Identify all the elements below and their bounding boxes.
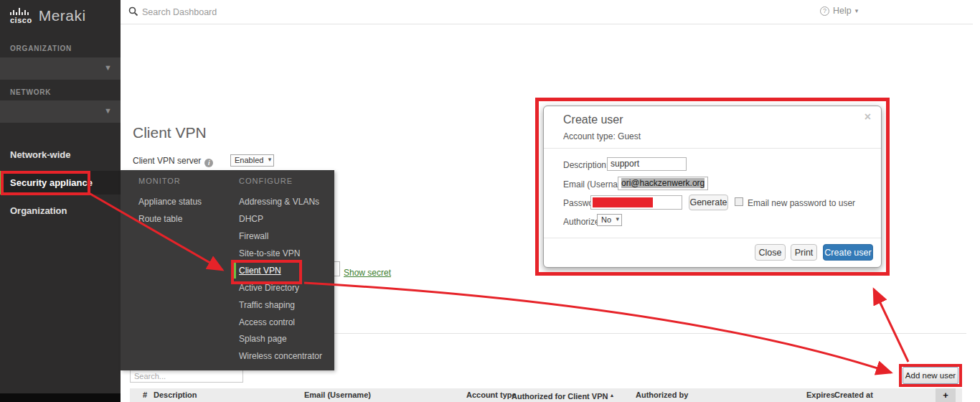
page-title: Client VPN	[133, 124, 207, 141]
help-menu[interactable]: ? Help ▾	[820, 6, 858, 16]
description-field[interactable]: support	[607, 157, 687, 171]
password-field[interactable]	[590, 195, 682, 210]
arrow-adduser-to-modal	[874, 289, 908, 362]
password-redaction-overlay	[593, 197, 653, 207]
help-icon: ?	[820, 6, 829, 16]
print-button[interactable]: Print	[791, 244, 817, 261]
client-vpn-server-label: Client VPN serveri	[133, 156, 213, 167]
close-icon[interactable]: ×	[864, 111, 871, 123]
sidebar: cisco Meraki ORGANIZATION ▼ NETWORK ▼ Ne…	[0, 0, 121, 393]
menu-item-wireless-concentrator[interactable]: Wireless concentrator	[239, 351, 322, 361]
client-vpn-server-text: Client VPN server	[133, 156, 201, 166]
cisco-logo-icon: cisco	[10, 8, 32, 24]
show-secret-link[interactable]: Show secret	[344, 268, 391, 278]
authorized-select[interactable]: No	[597, 214, 622, 226]
active-indicator-bar	[233, 263, 236, 279]
sidebar-item-organization[interactable]: Organization	[0, 201, 121, 221]
column-header-authorized-by[interactable]: Authorized by	[636, 388, 688, 402]
help-label: Help	[833, 6, 852, 16]
meraki-logo: cisco Meraki	[10, 7, 86, 24]
account-type-label: Account type: Guest	[563, 131, 641, 141]
column-header-number[interactable]: #	[143, 388, 147, 402]
menu-item-traffic-shaping[interactable]: Traffic shaping	[239, 300, 295, 310]
network-selector[interactable]: ▼	[0, 100, 121, 123]
menu-item-client-vpn[interactable]: Client VPN	[239, 266, 281, 276]
column-header-authorized-for-client-vpn[interactable]: Authorized for Client VPN ▲	[512, 388, 614, 402]
selected-email-text: ori@hackzenwerk.org	[621, 178, 705, 188]
menu-item-firewall[interactable]: Firewall	[239, 231, 268, 241]
monitor-section-header: MONITOR	[138, 177, 181, 185]
menu-item-active-directory[interactable]: Active Directory	[239, 283, 299, 293]
cisco-bars-icon	[10, 8, 32, 15]
topbar: ? Help ▾	[121, 0, 973, 24]
chevron-down-icon: ▼	[104, 106, 112, 115]
menu-item-dhcp[interactable]: DHCP	[239, 214, 263, 224]
sort-asc-icon: ▲	[608, 393, 614, 398]
sidebar-bottom-strip	[0, 393, 121, 402]
menu-item-access-control[interactable]: Access control	[239, 317, 295, 327]
modal-header-divider	[544, 148, 881, 149]
column-header-account-type[interactable]: Account type	[466, 388, 517, 402]
network-section-label: NETWORK	[10, 88, 51, 96]
configure-section-header: CONFIGURE	[239, 177, 293, 185]
users-table-header: # Description Email (Username) Account t…	[130, 388, 962, 402]
email-username-field[interactable]: ori@hackzenwerk.org	[618, 177, 708, 190]
cisco-wordmark: cisco	[10, 16, 32, 24]
add-new-user-button[interactable]: Add new user	[903, 367, 958, 384]
email-password-checkbox-label: Email new password to user	[748, 198, 855, 208]
sidebar-item-label: Security appliance	[10, 177, 93, 188]
client-vpn-server-select[interactable]: Enabled	[230, 154, 274, 167]
create-user-button[interactable]: Create user	[823, 244, 873, 261]
chevron-down-icon: ▼	[104, 63, 112, 72]
generate-button[interactable]: Generate	[689, 195, 728, 210]
menu-item-route-table[interactable]: Route table	[138, 214, 182, 224]
modal-footer-divider	[544, 238, 881, 238]
create-user-modal: Create user × Account type: Guest Descri…	[543, 106, 882, 268]
security-appliance-flyout-menu: MONITOR Appliance status Route table CON…	[121, 170, 334, 370]
column-header-description[interactable]: Description	[154, 388, 197, 402]
column-header-created-at[interactable]: Created at	[834, 388, 873, 402]
column-header-email[interactable]: Email (Username)	[304, 388, 371, 402]
sidebar-item-network-wide[interactable]: Network-wide	[0, 145, 121, 165]
meraki-wordmark: Meraki	[39, 7, 86, 24]
menu-item-appliance-status[interactable]: Appliance status	[138, 197, 202, 207]
close-button[interactable]: Close	[755, 244, 786, 261]
info-icon[interactable]: i	[204, 159, 213, 167]
arrow-clientvpn-to-adduser	[304, 283, 891, 373]
organization-section-label: ORGANIZATION	[10, 45, 72, 52]
menu-item-site-to-site-vpn[interactable]: Site-to-site VPN	[239, 248, 300, 258]
column-header-label: Authorized for Client VPN	[512, 392, 608, 401]
chevron-down-icon: ▾	[855, 7, 859, 14]
users-search-input[interactable]	[130, 369, 243, 383]
search-input[interactable]	[142, 4, 372, 20]
add-column-button[interactable]: +	[936, 388, 956, 402]
email-password-checkbox[interactable]	[735, 197, 743, 206]
search-icon	[128, 6, 138, 17]
description-label: Description:	[563, 160, 608, 170]
menu-item-addressing-vlans[interactable]: Addressing & VLANs	[239, 197, 319, 207]
sidebar-item-security-appliance[interactable]: Security appliance	[0, 171, 121, 195]
menu-item-splash-page[interactable]: Splash page	[239, 334, 287, 344]
organization-selector[interactable]: ▼	[0, 57, 121, 80]
modal-title: Create user	[563, 113, 623, 126]
meraki-dashboard: cisco Meraki ORGANIZATION ▼ NETWORK ▼ Ne…	[0, 0, 980, 402]
active-indicator-bar	[0, 171, 3, 195]
column-header-expires[interactable]: Expires	[806, 388, 835, 402]
